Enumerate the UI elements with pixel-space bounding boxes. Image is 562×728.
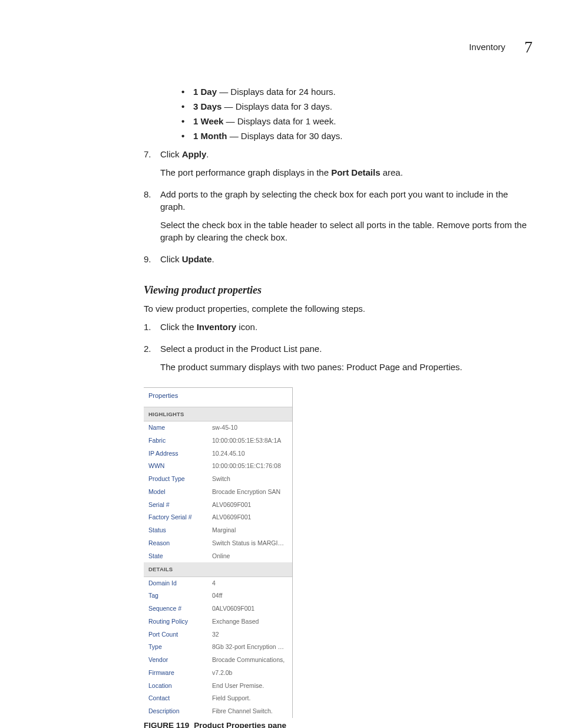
property-row: StatusMarginal (144, 524, 292, 537)
property-key: Product Type (148, 475, 212, 484)
property-key: Sequence # (148, 604, 212, 614)
step-7: 7. Click Apply. The port performance gra… (144, 148, 531, 185)
step-9: 9. Click Update. (144, 253, 531, 271)
step-line: Click Update. (160, 253, 531, 265)
property-value: 32 (212, 630, 287, 640)
property-value: 10.24.45.10 (212, 449, 287, 459)
property-row: LocationEnd User Premise. (144, 680, 292, 693)
list-item: 3 Days — Displays data for 3 days. (181, 100, 531, 113)
figure-caption: FIGURE 119Product Properties pane (144, 720, 531, 728)
term: 1 Day (193, 87, 217, 97)
step-line: The product summary displays with two pa… (160, 361, 531, 373)
property-value: 04ff (212, 591, 287, 601)
step-body: Select a product in the Product List pan… (160, 342, 531, 379)
property-row: Namesw-45-10 (144, 421, 292, 434)
step-8: 8. Add ports to the graph by selecting t… (144, 188, 531, 249)
property-row: WWN10:00:00:05:1E:C1:76:08 (144, 460, 292, 473)
property-row: Sequence #0ALV0609F001 (144, 602, 292, 615)
property-key: Name (148, 423, 212, 433)
step-line: Add ports to the graph by selecting the … (160, 188, 531, 213)
property-key: Type (148, 643, 212, 652)
property-row: Port Count32 (144, 628, 292, 641)
property-row: Factory Serial #ALV0609F001 (144, 511, 292, 524)
step-1: 1. Click the Inventory icon. (144, 321, 531, 339)
pane-title: Properties (144, 388, 292, 407)
property-row: IP Address10.24.45.10 (144, 447, 292, 460)
list-item: 1 Month — Displays data for 30 days. (181, 130, 531, 142)
property-key: Tag (148, 591, 212, 601)
step-line: Click Apply. (160, 148, 531, 160)
desc: — Displays data for 3 days. (222, 101, 332, 111)
property-key: Firmware (148, 668, 212, 678)
property-key: Contact (148, 694, 212, 703)
property-row: Fabric10:00:00:05:1E:53:8A:1A (144, 434, 292, 447)
property-key: Factory Serial # (148, 513, 212, 522)
step-number: 2. (144, 342, 160, 379)
property-key: IP Address (148, 449, 212, 459)
property-row: Routing PolicyExchange Based (144, 615, 292, 628)
property-value: 0ALV0609F001 (212, 604, 287, 614)
property-key: Location (148, 681, 212, 691)
step-line: Select the check box in the table header… (160, 219, 531, 243)
property-value: ALV0609F001 (212, 500, 287, 510)
step-line: Select a product in the Product List pan… (160, 342, 531, 355)
page-header: Inventory 7 (26, 35, 536, 58)
header-title: Inventory (469, 42, 505, 52)
property-key: Port Count (148, 630, 212, 640)
property-value: Switch (212, 475, 287, 484)
property-row: DescriptionFibre Channel Switch. (144, 705, 292, 718)
property-key: Vendor (148, 655, 212, 665)
property-row: Type8Gb 32-port Encryption Sw... (144, 641, 292, 654)
property-row: Firmwarev7.2.0b (144, 667, 292, 680)
property-value: 4 (212, 579, 287, 588)
sub-bullet-list: 1 Day — Displays data for 24 hours. 3 Da… (144, 85, 531, 142)
property-value: Switch Status is MARGINAL ... (212, 539, 287, 548)
step-body: Add ports to the graph by selecting the … (160, 188, 531, 249)
step-number: 8. (144, 188, 160, 249)
property-key: Status (148, 526, 212, 535)
step-body: Click Update. (160, 253, 531, 271)
property-key: WWN (148, 462, 212, 471)
property-value: ALV0609F001 (212, 513, 287, 522)
section-details: DETAILS (144, 562, 292, 577)
property-value: Online (212, 552, 287, 561)
property-row: Tag04ff (144, 589, 292, 602)
properties-pane: Properties HIGHLIGHTS Namesw-45-10Fabric… (144, 387, 293, 717)
property-value: End User Premise. (212, 681, 287, 691)
page-content: 1 Day — Displays data for 24 hours. 3 Da… (144, 85, 531, 728)
property-key: Description (148, 707, 212, 716)
figure-number: FIGURE 119 (144, 721, 189, 728)
property-key: State (148, 552, 212, 561)
property-value: v7.2.0b (212, 668, 287, 678)
desc: — Displays data for 30 days. (227, 131, 343, 141)
property-value: 8Gb 32-port Encryption Sw... (212, 643, 287, 652)
property-row: Product TypeSwitch (144, 473, 292, 486)
property-key: Model (148, 487, 212, 497)
desc: — Displays data for 1 week. (223, 116, 336, 126)
property-key: Routing Policy (148, 617, 212, 627)
figure-text: Product Properties pane (194, 721, 286, 728)
subsection-heading: Viewing product properties (144, 283, 531, 298)
term: 1 Month (193, 131, 227, 141)
property-row: Serial #ALV0609F001 (144, 499, 292, 512)
property-value: Field Support. (212, 694, 287, 703)
property-row: VendorBrocade Communications, (144, 654, 292, 667)
property-key: Reason (148, 539, 212, 548)
term: 3 Days (193, 101, 222, 111)
property-value: 10:00:00:05:1E:53:8A:1A (212, 436, 287, 446)
property-key: Serial # (148, 500, 212, 510)
step-line: The port performance graph displays in t… (160, 166, 531, 179)
step-number: 1. (144, 321, 160, 339)
property-row: ReasonSwitch Status is MARGINAL ... (144, 537, 292, 550)
property-value: Brocade Encryption SAN (212, 487, 287, 497)
property-row: StateOnline (144, 550, 292, 563)
property-value: Marginal (212, 526, 287, 535)
step-body: Click Apply. The port performance graph … (160, 148, 531, 185)
desc: — Displays data for 24 hours. (217, 87, 336, 97)
step-body: Click the Inventory icon. (160, 321, 531, 339)
property-row: ContactField Support. (144, 692, 292, 705)
step-number: 9. (144, 253, 160, 271)
section-highlights: HIGHLIGHTS (144, 407, 292, 421)
property-value: 10:00:00:05:1E:C1:76:08 (212, 462, 287, 471)
list-item: 1 Week — Displays data for 1 week. (181, 115, 531, 127)
